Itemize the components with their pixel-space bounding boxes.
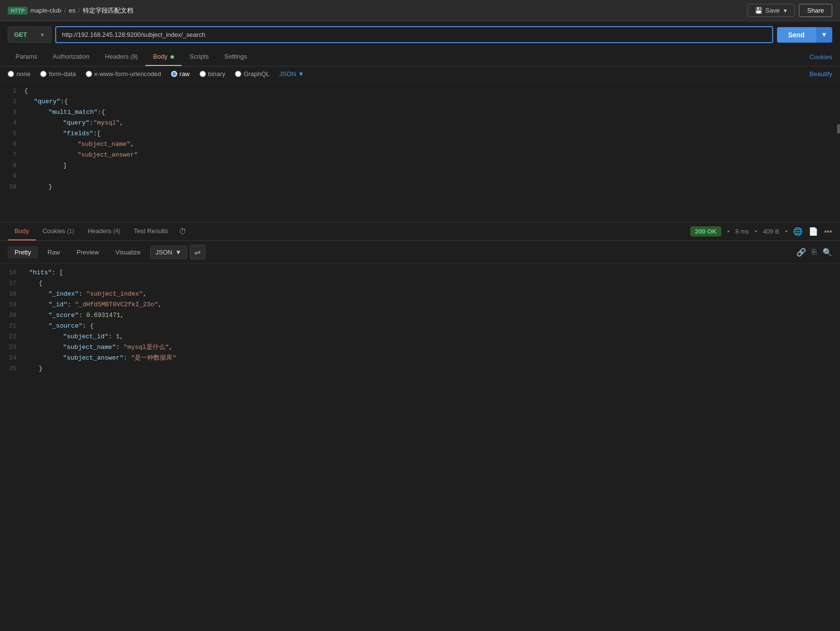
tab-settings[interactable]: Settings: [217, 48, 255, 66]
url-bar: GET ▼ Send ▼: [0, 21, 840, 48]
response-tab-test-results[interactable]: Test Results: [127, 222, 175, 240]
resp-line-18: 18 "_index": "subject_index",: [0, 289, 840, 300]
breadcrumb-collection[interactable]: es: [69, 7, 76, 14]
code-line-4: 4 "query":"mysql",: [0, 118, 840, 128]
tab-scripts[interactable]: Scripts: [182, 48, 217, 66]
save-chevron-icon: ▼: [782, 8, 788, 14]
copy-icon[interactable]: ⎘: [812, 248, 817, 256]
breadcrumb: HTTP maple-club / es / 特定字段匹配文档: [8, 6, 133, 15]
pretty-tab-raw[interactable]: Raw: [41, 246, 67, 258]
radio-raw[interactable]: [171, 71, 177, 77]
resp-line-24: 24 "subject_answer": "是一种数据库": [0, 353, 840, 363]
pretty-tab-pretty[interactable]: Pretty: [8, 246, 38, 258]
top-bar-actions: 💾 Save ▼ Share: [747, 4, 832, 17]
json-chevron-icon: ▼: [298, 70, 304, 78]
option-none[interactable]: none: [8, 70, 31, 78]
response-tab-cookies[interactable]: Cookies (1): [36, 222, 81, 240]
code-line-10: 10 }: [0, 182, 840, 192]
send-dropdown-button[interactable]: ▼: [816, 27, 832, 43]
json-format-label: JSON: [279, 70, 296, 78]
globe-icon[interactable]: 🌐: [793, 227, 803, 236]
resp-line-21: 21 "_source": {: [0, 321, 840, 331]
pg-icon[interactable]: 📄: [809, 227, 818, 236]
method-chevron-icon: ▼: [40, 32, 45, 38]
beautify-button[interactable]: Beautify: [809, 70, 832, 78]
cookies-link[interactable]: Cookies: [809, 53, 832, 61]
resp-line-17: 17 {: [0, 278, 840, 289]
sep1: /: [64, 7, 66, 14]
pretty-row: Pretty Raw Preview Visualize JSON ▼ ⇌ 🔗 …: [0, 241, 840, 264]
breadcrumb-workspace[interactable]: maple-club: [31, 7, 62, 14]
pretty-tab-visualize[interactable]: Visualize: [109, 246, 147, 258]
resp-line-22: 22 "subject_id": 1,: [0, 331, 840, 342]
search-response-icon[interactable]: 🔍: [823, 248, 832, 257]
response-code-editor[interactable]: 16 "hits": [ 17 { 18 "_index": "subject_…: [0, 264, 840, 378]
code-line-5: 5 "fields":[: [0, 128, 840, 139]
radio-urlencoded[interactable]: [86, 71, 92, 77]
option-form-data[interactable]: form-data: [40, 70, 76, 78]
resp-line-19: 19 "_id": "_dHfd5MBT0VC2fkI_23o",: [0, 300, 840, 310]
send-group: Send ▼: [777, 27, 832, 43]
save-icon: 💾: [755, 7, 762, 14]
code-line-1: 1 {: [0, 86, 840, 96]
option-binary[interactable]: binary: [200, 70, 225, 78]
tab-params[interactable]: Params: [8, 48, 45, 66]
sep2: /: [78, 7, 80, 14]
resp-line-23: 23 "subject_name": "mysql是什么",: [0, 342, 840, 353]
code-line-2: 2 "query":{: [0, 96, 840, 107]
method-dropdown[interactable]: GET ▼: [8, 27, 51, 43]
url-input[interactable]: [55, 26, 773, 43]
wrap-icon[interactable]: ⇌: [190, 245, 205, 259]
pretty-tab-preview[interactable]: Preview: [70, 246, 106, 258]
response-size: 409 B: [763, 228, 779, 235]
tab-body[interactable]: Body: [145, 48, 182, 66]
request-tabs: Params Authorization Headers (9) Body Sc…: [0, 48, 840, 66]
response-tabs: Body Cookies (1) Headers (4) Test Result…: [0, 222, 840, 241]
response-time: 8 ms: [735, 228, 749, 235]
resp-line-20: 20 "_score": 0.6931471,: [0, 310, 840, 321]
send-chevron-icon: ▼: [821, 31, 827, 38]
save-button[interactable]: 💾 Save ▼: [747, 4, 795, 17]
http-badge: HTTP: [8, 7, 28, 15]
tab-authorization[interactable]: Authorization: [45, 48, 97, 66]
history-icon[interactable]: ⏱: [179, 227, 187, 236]
radio-binary[interactable]: [200, 71, 206, 77]
response-format-select[interactable]: JSON ▼: [150, 246, 187, 259]
response-tab-headers[interactable]: Headers (4): [81, 222, 127, 240]
response-status-bar: 200 OK • 8 ms • 409 B • 🌐 📄 •••: [690, 226, 832, 237]
code-line-9: 9: [0, 171, 840, 182]
option-urlencoded[interactable]: x-www-form-urlencoded: [86, 70, 161, 78]
status-badge: 200 OK: [690, 226, 722, 237]
request-code-editor[interactable]: 1 { 2 "query":{ 3 "multi_match":{ 4 "que…: [0, 82, 840, 222]
send-button[interactable]: Send: [777, 27, 816, 43]
radio-none[interactable]: [8, 71, 14, 77]
resp-line-25: 25 }: [0, 363, 840, 374]
top-bar: HTTP maple-club / es / 特定字段匹配文档 💾 Save ▼…: [0, 0, 840, 21]
radio-form-data[interactable]: [40, 71, 47, 77]
code-line-6: 6 "subject_name",: [0, 139, 840, 150]
option-raw[interactable]: raw: [171, 70, 190, 78]
tab-headers[interactable]: Headers (9): [97, 48, 145, 66]
code-line-7: 7 "subject_answer": [0, 150, 840, 160]
method-label: GET: [14, 31, 27, 38]
json-format-select[interactable]: JSON ▼: [279, 70, 304, 78]
status-dot1: •: [727, 228, 730, 235]
code-line-8: 8 ]: [0, 160, 840, 171]
status-dot2: •: [755, 228, 757, 235]
link-icon[interactable]: 🔗: [796, 248, 806, 257]
response-tab-body[interactable]: Body: [8, 222, 36, 240]
status-dot3: •: [785, 228, 788, 235]
option-graphql[interactable]: GraphQL: [235, 70, 269, 78]
share-button[interactable]: Share: [799, 4, 832, 17]
save-label: Save: [765, 7, 780, 14]
code-line-3: 3 "multi_match":{: [0, 107, 840, 118]
body-options: none form-data x-www-form-urlencoded raw…: [0, 66, 840, 82]
more-icon[interactable]: •••: [824, 227, 832, 236]
radio-graphql[interactable]: [235, 71, 241, 77]
response-format-label: JSON: [156, 249, 172, 256]
resp-line-16: 16 "hits": [: [0, 268, 840, 278]
editor-scrollbar[interactable]: [837, 124, 840, 134]
response-chevron-icon: ▼: [175, 249, 182, 256]
page-title: 特定字段匹配文档: [83, 6, 133, 15]
pretty-actions: 🔗 ⎘ 🔍: [796, 248, 832, 257]
